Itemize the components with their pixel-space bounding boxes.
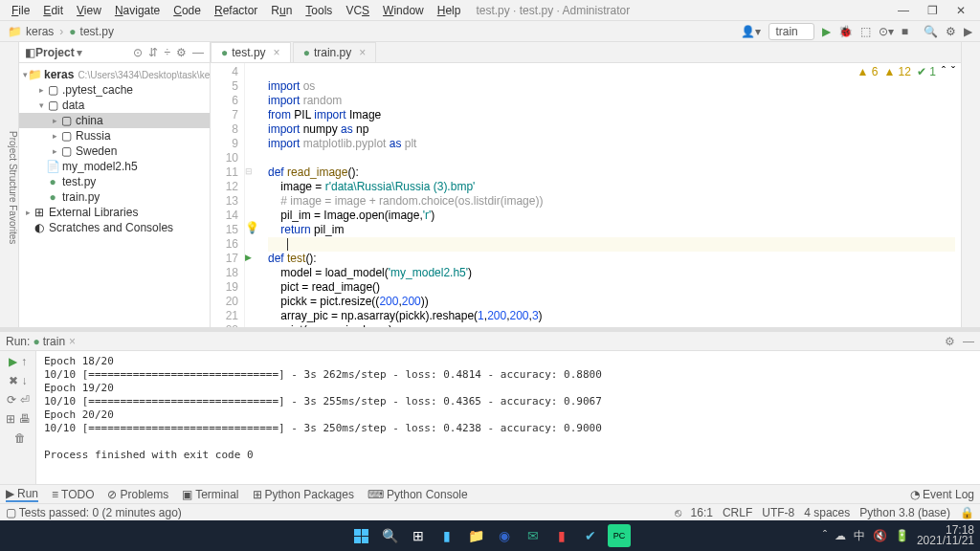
lock-icon[interactable]: 🔒 (960, 506, 974, 519)
tree-russia[interactable]: ▸▢Russia (19, 128, 210, 143)
menu-view[interactable]: View (71, 2, 107, 19)
status-encoding[interactable]: UTF-8 (762, 506, 794, 519)
tab-problems[interactable]: ⊘ Problems (107, 488, 168, 501)
tab-terminal[interactable]: ▣ Terminal (182, 488, 238, 501)
menu-code[interactable]: Code (167, 2, 207, 19)
user-icon[interactable]: 👤▾ (741, 25, 761, 38)
office-icon[interactable]: ▮ (550, 524, 573, 547)
status-indicator-icon[interactable]: ▢ (6, 506, 16, 519)
edge-icon[interactable]: ◉ (493, 524, 516, 547)
menu-run[interactable]: Run (265, 2, 298, 19)
tray-ime-icon[interactable]: 中 (854, 528, 865, 544)
tab-todo[interactable]: ≡ TODO (52, 488, 94, 501)
menu-navigate[interactable]: Navigate (109, 2, 166, 19)
soft-wrap-icon[interactable]: ⏎ (20, 393, 30, 407)
print-icon[interactable]: 🖶 (19, 412, 31, 426)
restart-icon[interactable]: ⟳ (7, 393, 16, 407)
tray-volume-icon[interactable]: 🔇 (873, 529, 887, 542)
menu-edit[interactable]: Edit (37, 2, 69, 19)
tree-train-py[interactable]: ●train.py (19, 189, 210, 205)
status-caret-pos[interactable]: 16:1 (691, 506, 713, 519)
tray-expand-icon[interactable]: ˆ (823, 529, 827, 542)
tree-pytest-cache[interactable]: ▸▢.pytest_cache (19, 82, 210, 98)
run-settings-icon[interactable]: ⚙ (945, 335, 955, 348)
pycharm-icon[interactable]: PC (608, 524, 631, 547)
breadcrumb-root[interactable]: keras (26, 25, 54, 38)
gutter-marks[interactable]: ⊟💡▶ (245, 63, 262, 327)
layout-icon[interactable]: ⊞ (6, 412, 15, 426)
code-editor[interactable]: ▲ 6 ▲ 12 ✔ 1 ˆˇ 456789101112131415161718… (211, 63, 961, 327)
menu-vcs[interactable]: VCS (340, 2, 375, 19)
menu-tools[interactable]: Tools (300, 2, 338, 19)
console-output[interactable]: Epoch 18/20 10/10 [=====================… (36, 351, 980, 484)
status-line-sep[interactable]: CRLF (723, 506, 752, 519)
code-area[interactable]: import osimport randomfrom PIL import Im… (262, 63, 961, 327)
coverage-button[interactable]: ⬚ (860, 25, 871, 38)
tab-python-packages[interactable]: ⊞ Python Packages (253, 488, 354, 501)
start-button[interactable] (349, 524, 372, 547)
app-icon-1[interactable]: ▮ (435, 524, 458, 547)
tree-sweden[interactable]: ▸▢Sweden (19, 143, 210, 159)
tree-china[interactable]: ▸▢china (19, 113, 210, 128)
scroll-up-icon[interactable]: ↑ (21, 355, 27, 368)
breadcrumb-file[interactable]: test.py (80, 25, 114, 38)
menu-help[interactable]: Help (432, 2, 467, 19)
tree-test-py[interactable]: ●test.py (19, 174, 210, 189)
menu-refactor[interactable]: Refactor (209, 2, 263, 19)
left-tool-stripe[interactable]: Project Structure Favorites (0, 42, 19, 327)
locate-icon[interactable]: ⊙ (133, 46, 143, 59)
tree-root[interactable]: ▾📁kerasC:\Users\3434\Desktop\task\keras (19, 67, 210, 82)
tray-cloud-icon[interactable]: ☁ (835, 529, 846, 542)
hide-panel-icon[interactable]: — (192, 46, 204, 59)
project-panel-title[interactable]: Project (35, 46, 75, 59)
rerun-icon[interactable]: ▶ (9, 355, 17, 368)
expand-all-icon[interactable]: ⇵ (148, 46, 158, 59)
run-config-name[interactable]: train (43, 335, 65, 348)
settings-button[interactable]: ⚙ (946, 25, 956, 38)
trash-icon[interactable]: 🗑 (14, 431, 26, 445)
ide-errors-button[interactable]: ▶ (964, 25, 972, 38)
stop-button[interactable]: ■ (902, 25, 908, 38)
goto-line-icon[interactable]: ⎋ (675, 506, 681, 519)
tree-scratches[interactable]: ◐Scratches and Consoles (19, 220, 210, 235)
project-tree[interactable]: ▾📁kerasC:\Users\3434\Desktop\task\keras … (19, 63, 210, 239)
tree-data[interactable]: ▾▢data (19, 98, 210, 113)
tray-clock[interactable]: 17:182021/11/21 (917, 525, 974, 546)
tab-event-log[interactable]: ◔ Event Log (910, 488, 974, 501)
hide-run-icon[interactable]: — (963, 335, 974, 348)
todo-icon[interactable]: ✔ (579, 524, 602, 547)
close-tab-icon[interactable]: × (359, 46, 366, 59)
status-interpreter[interactable]: Python 3.8 (base) (859, 506, 950, 519)
file-explorer-icon[interactable]: 📁 (464, 524, 487, 547)
status-indent[interactable]: 4 spaces (804, 506, 850, 519)
collapse-all-icon[interactable]: ÷ (164, 46, 170, 59)
menu-file[interactable]: File (6, 2, 35, 19)
search-icon[interactable]: 🔍 (378, 524, 401, 547)
profile-button[interactable]: ⊙▾ (879, 25, 894, 38)
minimize-button[interactable]: — (890, 4, 917, 17)
tray-battery-icon[interactable]: 🔋 (895, 529, 909, 542)
tab-test-py[interactable]: ●test.py× (211, 42, 291, 62)
close-button[interactable]: ✕ (947, 4, 974, 17)
right-tool-stripe[interactable] (961, 42, 980, 327)
close-tab-icon[interactable]: × (274, 46, 280, 59)
tree-model-file[interactable]: 📄my_model2.h5 (19, 159, 210, 174)
mail-icon[interactable]: ✉ (522, 524, 545, 547)
scroll-down-icon[interactable]: ↓ (22, 374, 28, 387)
tab-run[interactable]: ▶ Run (6, 487, 38, 502)
menu-window[interactable]: Window (377, 2, 430, 19)
run-button[interactable]: ▶ (822, 25, 831, 38)
close-run-tab-icon[interactable]: × (69, 335, 76, 348)
stop-icon[interactable]: ✖ (9, 374, 18, 387)
run-config-selector[interactable]: train (768, 23, 813, 40)
inspection-hints[interactable]: ▲ 6 ▲ 12 ✔ 1 ˆˇ (857, 65, 955, 78)
debug-button[interactable]: 🐞 (838, 25, 853, 38)
tab-python-console[interactable]: ⌨ Python Console (368, 488, 468, 501)
tree-external-libs[interactable]: ▸⊞External Libraries (19, 205, 210, 220)
search-everywhere-button[interactable]: 🔍 (924, 25, 938, 38)
panel-settings-icon[interactable]: ⚙ (176, 46, 187, 59)
project-view-dropdown[interactable]: ▾ (77, 46, 82, 59)
maximize-button[interactable]: ❐ (919, 4, 946, 17)
tab-train-py[interactable]: ●train.py× (293, 42, 377, 62)
task-view-icon[interactable]: ⊞ (407, 524, 430, 547)
